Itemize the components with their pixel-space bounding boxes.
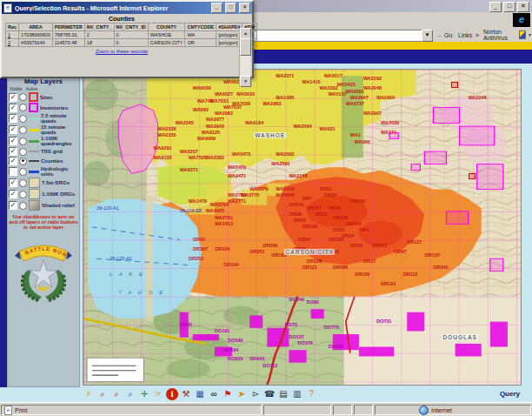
- layer-visible-checkbox[interactable]: ✓: [9, 137, 17, 145]
- main-close-button[interactable]: ✕: [517, 2, 529, 12]
- popup-scrollbar[interactable]: ▲ ▼: [239, 28, 250, 87]
- layer-active-radio[interactable]: [19, 202, 27, 210]
- hotlink-icon[interactable]: ⚒: [180, 388, 192, 400]
- address-dropdown-icon[interactable]: ▼: [422, 30, 433, 42]
- layer-visible-checkbox[interactable]: ✓: [9, 114, 17, 123]
- map-label: DO598: [228, 338, 243, 343]
- norton-dropdown-icon[interactable]: ▼: [528, 32, 532, 37]
- layer-visible-checkbox[interactable]: ✓: [9, 178, 17, 187]
- zoom-to-records-link[interactable]: Zoom to these records: [5, 49, 238, 54]
- scroll-thumb[interactable]: [240, 38, 251, 56]
- layer-label: TRS grid: [41, 149, 63, 154]
- map-label: WA5473: [232, 151, 250, 157]
- print-page-icon[interactable]: ▥: [291, 388, 303, 400]
- map-label: OR104: [215, 246, 229, 252]
- map-label: DO95: [180, 322, 192, 327]
- buffer-icon[interactable]: ➤: [236, 388, 248, 400]
- zoom-in-icon[interactable]: ⌕: [96, 388, 109, 400]
- layer-visible-checkbox[interactable]: ✓: [9, 157, 17, 165]
- pan-hand-icon[interactable]: ☞: [152, 388, 164, 400]
- go-button[interactable]: → Go: [436, 30, 452, 40]
- layer-active-radio[interactable]: [19, 104, 27, 111]
- layer-visible-checkbox[interactable]: ✓: [9, 93, 17, 102]
- layer-visible-checkbox[interactable]: ✓: [9, 104, 17, 112]
- map-label: T A H O E: [118, 290, 165, 295]
- layer-swatch-icon: [29, 160, 39, 162]
- layer-label: Sites: [40, 95, 52, 100]
- status-message-pane: e Print: [1, 405, 262, 415]
- layer-label: Hydrologic units: [41, 166, 78, 177]
- layer-swatch-icon: [29, 178, 40, 188]
- main-minimize-button[interactable]: _: [489, 2, 502, 12]
- zoom-out-icon[interactable]: ⌕: [110, 388, 123, 400]
- map-label: OR252: [189, 256, 203, 261]
- map-label: DO265: [329, 344, 343, 349]
- query-builder-icon[interactable]: ▦: [194, 388, 206, 400]
- map-label: WA1: [350, 132, 361, 138]
- table-cell: 493379144: [19, 39, 53, 47]
- map-label: WA2382: [206, 155, 224, 160]
- zoom-fullextent-icon[interactable]: ⚡: [83, 388, 95, 400]
- scroll-down-icon[interactable]: ▼: [240, 76, 251, 87]
- layer-active-radio[interactable]: [19, 191, 27, 198]
- status-bar: e Print Internet: [0, 402, 532, 416]
- layer-visible-checkbox[interactable]: ✓: [9, 190, 17, 198]
- layer-active-radio[interactable]: [19, 138, 27, 145]
- layer-row: ✓1:100K quadrangles: [9, 136, 78, 146]
- map-label: WA1413: [215, 221, 233, 226]
- table-cell: 18: [84, 39, 114, 47]
- map-label: OR296: [263, 243, 277, 248]
- map-label: DO137: [289, 334, 303, 339]
- measure-icon[interactable]: ☎: [263, 388, 276, 400]
- layer-active-radio[interactable]: [19, 126, 27, 134]
- map-label: OR605: [350, 198, 365, 204]
- column-header: Rec: [6, 23, 19, 31]
- popup-body: Counties RecAREAPERIMETERNV_CNTY_NV_CNTY…: [2, 14, 252, 77]
- identify-icon[interactable]: ℹ: [166, 388, 178, 400]
- select-icon[interactable]: ⚑: [222, 388, 234, 400]
- map-label: WA2771: [228, 198, 246, 204]
- layer-active-radio[interactable]: [19, 148, 27, 156]
- popup-minimize-button[interactable]: _: [211, 3, 223, 13]
- ie-page-icon: e: [3, 3, 12, 13]
- main-maximize-button[interactable]: □: [503, 2, 515, 12]
- site-marker-icon: [451, 82, 458, 88]
- layer-active-radio[interactable]: [19, 179, 27, 187]
- layer-swatch-icon: [29, 140, 39, 143]
- column-header: PERIMETER: [52, 23, 84, 31]
- layer-active-radio[interactable]: [19, 158, 27, 165]
- zoom-box-icon[interactable]: ⌕: [124, 388, 136, 400]
- layer-active-radio[interactable]: [19, 115, 27, 123]
- visible-column-label: Visible: [10, 86, 23, 91]
- pan-icon[interactable]: ✛: [138, 388, 150, 400]
- layer-active-radio[interactable]: [19, 93, 27, 101]
- layer-visible-checkbox[interactable]: ✓: [9, 125, 17, 134]
- links-button[interactable]: Links: [458, 30, 472, 40]
- layer-label: 7.5 minute quads: [41, 113, 78, 124]
- popup-close-button[interactable]: ✕: [239, 3, 250, 13]
- popup-titlebar[interactable]: e Query/Selection Results - Microsoft In…: [2, 2, 252, 14]
- help-icon[interactable]: ?: [305, 388, 317, 400]
- record-link[interactable]: 2: [6, 39, 19, 47]
- map-label: DO349: [289, 297, 303, 302]
- norton-antivirus-button[interactable]: Norton AntiVirus ▼: [483, 30, 532, 40]
- select-box-icon[interactable]: ⊳: [249, 388, 262, 400]
- record-link[interactable]: 1: [6, 31, 19, 39]
- layer-active-radio[interactable]: [19, 168, 27, 176]
- map-label: OR4: [359, 227, 369, 232]
- find-icon[interactable]: ∞: [208, 388, 220, 400]
- popup-maximize-button[interactable]: □: [225, 3, 236, 13]
- table-cell: CARSON CITY: [148, 39, 185, 47]
- map-label: OR31: [316, 211, 328, 217]
- map-viewport[interactable]: WA9030WA5026WA5027WA5015WA748WA7031WA702…: [83, 69, 522, 386]
- layer-visible-checkbox[interactable]: ✓: [9, 201, 17, 210]
- layer-visible-checkbox[interactable]: ✓: [9, 147, 17, 156]
- nevada-flag-logo: BATTLE BORN: [9, 232, 78, 312]
- layer-visible-checkbox[interactable]: [9, 167, 17, 176]
- county-label: WASHOE: [254, 132, 286, 138]
- print-map-icon[interactable]: ▤: [277, 388, 289, 400]
- map-labels: WA9030WA5026WA5027WA5015WA748WA7031WA702…: [83, 70, 521, 385]
- layer-label: Counties: [41, 158, 63, 164]
- links-chevron-icon[interactable]: »: [475, 30, 479, 40]
- map-label: DO80: [307, 299, 319, 305]
